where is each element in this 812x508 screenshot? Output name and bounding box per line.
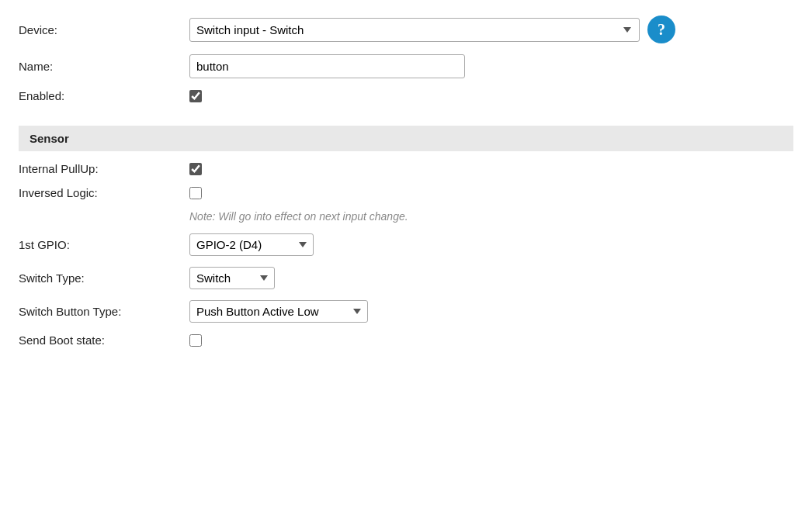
internal-pullup-checkbox[interactable] [189,163,202,175]
send-boot-state-row: Send Boot state: [19,333,793,347]
internal-pullup-row: Internal PullUp: [19,162,793,175]
note-row: Note: Will go into effect on next input … [189,210,793,223]
internal-pullup-label: Internal PullUp: [19,162,189,175]
name-input[interactable] [189,54,465,78]
switch-type-select[interactable]: Switch [189,267,275,289]
device-label: Device: [19,23,189,36]
enabled-checkbox[interactable] [189,90,202,102]
device-control: Switch input - Switch ? [189,16,675,43]
inversed-logic-control [189,187,202,199]
switch-button-type-label: Switch Button Type: [19,305,189,318]
device-row: Device: Switch input - Switch ? [19,16,793,43]
gpio-control: GPIO-2 (D4) [189,233,314,256]
inversed-logic-label: Inversed Logic: [19,186,189,199]
switch-button-type-row: Switch Button Type: Push Button Active L… [19,300,793,323]
switch-type-control: Switch [189,267,275,289]
name-control [189,54,465,78]
internal-pullup-control [189,163,202,175]
send-boot-state-control [189,334,202,347]
enabled-control [189,90,202,102]
name-label: Name: [19,60,189,73]
note-text: Note: Will go into effect on next input … [189,210,408,223]
switch-button-type-control: Push Button Active Low [189,300,368,323]
help-button[interactable]: ? [647,16,675,43]
gpio-row: 1st GPIO: GPIO-2 (D4) [19,233,793,256]
switch-type-row: Switch Type: Switch [19,267,793,289]
sensor-section-header: Sensor [19,126,793,151]
device-select[interactable]: Switch input - Switch [189,18,640,42]
send-boot-state-label: Send Boot state: [19,333,189,347]
switch-type-label: Switch Type: [19,271,189,285]
send-boot-state-checkbox[interactable] [189,334,202,347]
enabled-label: Enabled: [19,89,189,102]
switch-button-type-select[interactable]: Push Button Active Low [189,300,368,323]
inversed-logic-row: Inversed Logic: [19,186,793,199]
inversed-logic-checkbox[interactable] [189,187,202,199]
gpio-label: 1st GPIO: [19,238,189,251]
gpio-select[interactable]: GPIO-2 (D4) [189,233,314,256]
enabled-row: Enabled: [19,89,793,102]
name-row: Name: [19,54,793,78]
